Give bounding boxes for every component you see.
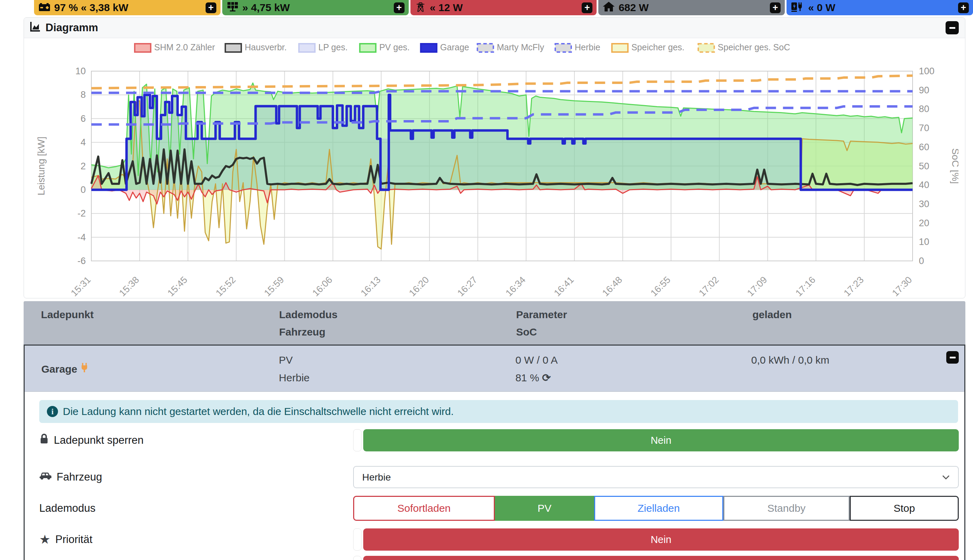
charge-info-alert: i Die Ladung kann nicht gestartet werden… <box>39 400 958 423</box>
diagram-card-header: Diagramm <box>24 18 965 38</box>
priority-toggle-value[interactable]: Nein <box>363 528 959 551</box>
svg-text:Herbie: Herbie <box>575 42 600 52</box>
svg-text:10: 10 <box>75 66 86 76</box>
alert-text: Die Ladung kann nicht gestartet werden, … <box>63 406 454 417</box>
svg-text:PV ges.: PV ges. <box>379 42 410 52</box>
svg-text:-6: -6 <box>77 256 86 266</box>
svg-text:SoC [%]: SoC [%] <box>950 148 958 184</box>
diagram-collapse-button[interactable] <box>946 21 959 34</box>
svg-text:15:59: 15:59 <box>262 275 286 297</box>
table-row-garage[interactable]: Garage PV Herbie 0 W / 0 A 81 % ⟳ 0,0 kW… <box>25 345 964 392</box>
mode-sofortladen-button[interactable]: Sofortladen <box>353 496 495 521</box>
svg-text:15:45: 15:45 <box>165 275 189 297</box>
svg-text:LP ges.: LP ges. <box>318 42 348 52</box>
svg-text:17:30: 17:30 <box>890 275 914 297</box>
badge-grid-text: « 12 W <box>430 2 463 13</box>
soc-refresh-icon[interactable]: ⟳ <box>542 372 551 383</box>
mode-label: Lademodus <box>39 502 95 515</box>
svg-text:80: 80 <box>919 104 929 114</box>
mode-zielladen-button[interactable]: Zielladen <box>594 496 723 521</box>
chargepoint-name-cell: Garage <box>25 351 262 387</box>
chargepoint-name: Garage <box>41 360 77 378</box>
badge-house-add-button[interactable]: + <box>770 2 781 13</box>
timed-toggle-notch[interactable] <box>353 556 361 560</box>
lock-icon <box>39 433 49 447</box>
lock-label: Ladepunkt sperren <box>54 434 144 447</box>
col-header-lademodus-fahrzeug: LademodusFahrzeug <box>262 306 499 340</box>
svg-text:15:38: 15:38 <box>117 275 141 297</box>
svg-text:70: 70 <box>919 123 929 133</box>
row-charged: 0,0 kWh / 0,0 km <box>751 351 829 369</box>
svg-text:-2: -2 <box>77 208 86 218</box>
badge-pv[interactable]: » 4,75 kW + <box>222 0 409 15</box>
badge-pv-add-button[interactable]: + <box>394 2 405 13</box>
priority-toggle-notch[interactable] <box>353 528 361 551</box>
svg-text:0: 0 <box>919 256 924 266</box>
svg-text:-4: -4 <box>77 232 86 243</box>
timed-toggle-value[interactable]: Nein <box>363 556 959 560</box>
svg-text:16:20: 16:20 <box>407 275 431 297</box>
parameter-soc-cell: 0 W / 0 A 81 % ⟳ <box>499 351 734 387</box>
car-icon <box>39 471 52 483</box>
svg-text:Speicher ges.: Speicher ges. <box>631 42 684 52</box>
mode-pv-button[interactable]: PV <box>495 496 594 521</box>
col-header-ladepunkt: Ladepunkt <box>23 306 262 340</box>
diagram-card: Diagramm SHM 2.0 ZählerHausverbr.LP ges.… <box>23 17 965 298</box>
area-chart-icon <box>30 21 41 34</box>
badge-battery-add-button[interactable]: + <box>206 2 216 13</box>
badge-house[interactable]: 682 W + <box>599 0 785 15</box>
svg-text:Garage: Garage <box>440 42 469 52</box>
priority-toggle: Nein <box>353 528 959 551</box>
vehicle-select[interactable]: Herbie <box>353 466 959 488</box>
svg-text:0: 0 <box>80 185 86 195</box>
priority-row: ★ Priorität Nein <box>25 528 964 551</box>
row-soc: 81 % <box>515 372 539 383</box>
badge-house-text: 682 W <box>619 2 649 13</box>
transmission-tower-icon <box>415 1 426 15</box>
svg-text:60: 60 <box>919 142 929 152</box>
vehicle-row: Fahrzeug Herbie <box>25 466 964 488</box>
svg-text:10: 10 <box>919 237 929 247</box>
svg-text:Hausverbr.: Hausverbr. <box>245 42 287 52</box>
lock-toggle-value[interactable]: Nein <box>363 429 959 452</box>
priority-label: Priorität <box>55 533 92 546</box>
badge-pv-text: » 4,75 kW <box>242 2 290 13</box>
badge-grid[interactable]: « 12 W + <box>410 0 597 15</box>
svg-text:50: 50 <box>919 161 929 172</box>
lock-toggle-notch[interactable] <box>353 429 361 452</box>
badge-grid-add-button[interactable]: + <box>582 2 592 13</box>
power-soc-chart: SHM 2.0 ZählerHausverbr.LP ges.PV ges.Ga… <box>30 38 958 298</box>
badge-chargepoint-text: « 0 W <box>808 2 835 13</box>
svg-text:Marty McFly: Marty McFly <box>497 42 545 52</box>
mode-vehicle-cell: PV Herbie <box>262 351 499 387</box>
svg-text:16:48: 16:48 <box>600 275 624 297</box>
star-icon: ★ <box>39 533 50 546</box>
timed-row: Zeitladen Nein <box>25 556 964 560</box>
mode-standby-button[interactable]: Standby <box>723 496 850 521</box>
svg-text:16:55: 16:55 <box>649 275 673 297</box>
badge-chargepoint-add-button[interactable]: + <box>958 2 969 13</box>
house-icon <box>602 1 615 15</box>
svg-text:20: 20 <box>919 218 929 228</box>
diagram-title: Diagramm <box>45 22 98 34</box>
svg-text:8: 8 <box>80 90 86 100</box>
badge-battery[interactable]: 97 % « 3,38 kW + <box>34 0 221 15</box>
svg-text:17:23: 17:23 <box>842 275 866 297</box>
row-collapse-button[interactable] <box>946 351 959 363</box>
svg-text:16:27: 16:27 <box>455 275 479 297</box>
col-header-parameter-soc: ParameterSoC <box>499 306 735 340</box>
status-bar: 97 % « 3,38 kW + » 4,75 kW + « 12 W + 68… <box>0 0 973 15</box>
svg-text:6: 6 <box>80 113 86 124</box>
timed-toggle: Nein <box>353 556 959 560</box>
svg-text:17:09: 17:09 <box>745 275 769 297</box>
lock-row: Ladepunkt sperren Nein <box>25 429 964 452</box>
svg-text:17:02: 17:02 <box>697 275 721 297</box>
col-header-geladen: geladen <box>735 306 965 340</box>
badge-chargepoint[interactable]: « 0 W + <box>787 0 973 15</box>
vehicle-label: Fahrzeug <box>57 471 102 483</box>
chargepoint-table: Ladepunkt LademodusFahrzeug ParameterSoC… <box>23 301 965 560</box>
mode-stop-button[interactable]: Stop <box>850 496 959 521</box>
info-circle-icon: i <box>47 406 58 417</box>
svg-text:4: 4 <box>80 137 86 147</box>
lock-toggle: Nein <box>353 429 959 452</box>
